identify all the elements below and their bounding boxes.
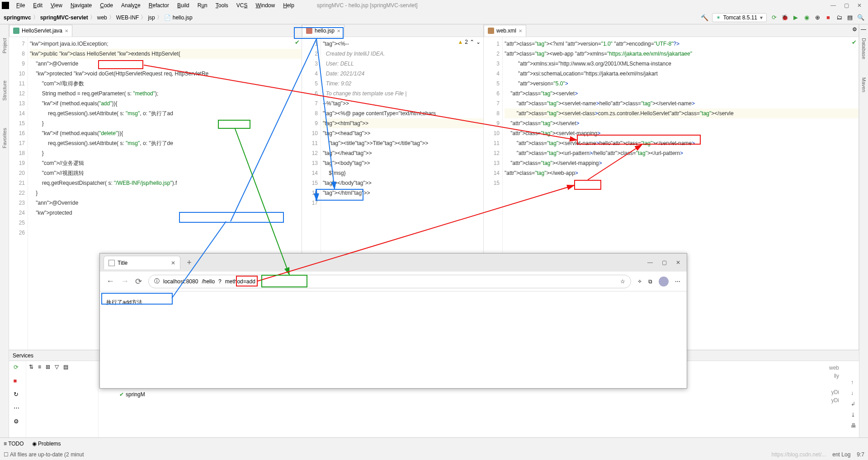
inspection-prev-icon[interactable]: ⌃ — [470, 39, 474, 45]
url-host: localhost:8080 — [163, 278, 198, 285]
stop-icon[interactable]: ■ — [825, 14, 832, 21]
svc-scroll-icon[interactable]: ⤓ — [851, 412, 856, 418]
browser-tab-close-icon[interactable]: ✕ — [171, 260, 175, 266]
menu-build[interactable]: Build — [174, 1, 193, 9]
coverage-icon[interactable]: ◉ — [803, 14, 810, 21]
bottom-toolwindow-stripe: ≡ TODO ◉ Problems — [0, 437, 868, 449]
info-icon[interactable]: ⓘ — [154, 277, 160, 285]
svc-tool-icon[interactable]: ▽ — [55, 364, 59, 370]
browser-menu-icon[interactable]: ⋯ — [675, 278, 680, 285]
toolwindow-maven[interactable]: Maven — [861, 77, 867, 92]
profile-icon[interactable]: ⊕ — [814, 14, 821, 21]
svc-wrap-icon[interactable]: ↲ — [851, 401, 856, 407]
status-watermark: https://blog.csdn.net/... — [772, 451, 826, 458]
bottom-todo[interactable]: ≡ TODO — [4, 441, 24, 447]
svc-rerun-icon[interactable]: ⟳ — [14, 364, 22, 372]
menu-run[interactable]: Run — [194, 1, 211, 9]
browser-profile-icon[interactable] — [659, 277, 669, 286]
services-hide-icon[interactable]: — — [861, 26, 866, 33]
toolwindow-structure[interactable]: Structure — [2, 80, 7, 101]
crumb-webinf[interactable]: WEB-INF — [116, 14, 139, 21]
browser-new-tab-icon[interactable]: + — [187, 258, 192, 268]
build-icon[interactable]: 🔨 — [701, 14, 708, 21]
menu-window[interactable]: Window — [252, 1, 278, 9]
browser-fav-icon[interactable]: ✧ — [637, 278, 642, 285]
debug-icon[interactable]: 🐞 — [781, 14, 788, 21]
menu-edit[interactable]: Edit — [29, 1, 46, 9]
svc-stop-icon[interactable]: ■ — [14, 377, 22, 385]
svc-down-icon[interactable]: ↓ — [851, 390, 856, 396]
svc-deploy-icon[interactable]: ↻ — [14, 391, 22, 399]
tab-label: hello.jsp — [315, 28, 335, 34]
jsp-file-icon — [306, 28, 312, 34]
tab-webxml[interactable]: web.xml ✕ — [484, 25, 526, 37]
browser-fwd-icon[interactable]: → — [121, 277, 129, 286]
inspection-warn-count: 2 — [465, 39, 468, 45]
run-play-icon[interactable]: ▶ — [792, 14, 799, 21]
menu-analyze[interactable]: Analyze — [118, 1, 144, 9]
svc-tool-icon[interactable]: ≡ — [38, 364, 41, 370]
left-toolwindow-stripe: Project Structure Favorites — [0, 24, 9, 449]
browser-tab[interactable]: Title ✕ — [104, 256, 180, 269]
tab-helloServlet[interactable]: HelloServlet.java ✕ — [9, 25, 72, 37]
inspection-next-icon[interactable]: ⌄ — [476, 39, 481, 45]
browser-collections-icon[interactable]: ⧉ — [648, 278, 652, 285]
svc-print-icon[interactable]: 🖶 — [851, 422, 856, 429]
crumb-jsp[interactable]: jsp — [148, 14, 155, 21]
browser-address-bar[interactable]: ⓘ localhost:8080/hello?method=add ☆ — [148, 275, 631, 288]
close-icon[interactable]: ✕ — [857, 2, 862, 9]
crumb-module[interactable]: springMVC-servlet — [40, 14, 88, 21]
tab-close-icon[interactable]: ✕ — [337, 28, 340, 33]
browser-back-icon[interactable]: ← — [106, 277, 114, 286]
svc-tool-icon[interactable]: ▤ — [63, 364, 68, 370]
menu-tools[interactable]: Tools — [212, 1, 232, 9]
status-pos: 9:7 — [857, 451, 864, 458]
url-query: method=add — [225, 278, 255, 285]
tab-close-icon[interactable]: ✕ — [65, 28, 68, 33]
svc-more-icon[interactable]: ⚙ — [14, 418, 22, 426]
menu-navigate[interactable]: Navigate — [67, 1, 95, 9]
project-structure-icon[interactable]: ▤ — [846, 14, 854, 21]
toolwindow-favorites[interactable]: Favorites — [2, 128, 7, 148]
browser-close-icon[interactable]: ✕ — [676, 259, 680, 266]
menu-refactor[interactable]: Refactor — [145, 1, 173, 9]
crumb-web[interactable]: web — [97, 14, 107, 21]
crumb-file[interactable]: hello.jsp — [173, 14, 193, 21]
java-file-icon — [13, 28, 19, 34]
bottom-problems[interactable]: ◉ Problems — [32, 441, 61, 447]
menu-help[interactable]: Help — [279, 1, 298, 9]
menu-vcs[interactable]: VCS — [233, 1, 251, 9]
run-icon[interactable]: ⟳ — [770, 14, 778, 21]
menu-file[interactable]: File — [13, 1, 28, 9]
svc-tool-icon[interactable]: ⊞ — [46, 364, 50, 370]
tab-hellojsp[interactable]: hello.jsp ✕ — [302, 25, 344, 37]
svc-tool-icon[interactable]: ⇅ — [29, 364, 33, 370]
status-log[interactable]: ent Log — [832, 451, 850, 458]
url-path: /hello — [202, 278, 215, 285]
menu-view[interactable]: View — [47, 1, 66, 9]
browser-window: Title ✕ + — ▢ ✕ ← → ⟳ ⓘ localhost:8080/h… — [99, 253, 687, 389]
browser-max-icon[interactable]: ▢ — [662, 259, 667, 266]
run-config-selector[interactable]: ✶ Tomcat 8.5.11 ▾ — [712, 13, 767, 22]
tab-close-icon[interactable]: ✕ — [519, 28, 522, 33]
search-icon[interactable]: 🔍 — [857, 14, 864, 21]
toolwindow-project[interactable]: Project — [2, 38, 7, 53]
maximize-icon[interactable]: ▢ — [844, 2, 849, 9]
right-toolwindow-stripe: Database Maven — [859, 24, 868, 449]
window-title: springMVC - hello.jsp [springMVC-servlet… — [317, 2, 418, 9]
menu-bar: File Edit View Navigate Code Analyze Ref… — [0, 0, 868, 11]
git-icon[interactable]: 🗂 — [835, 14, 843, 21]
browser-reload-icon[interactable]: ⟳ — [135, 277, 142, 286]
browser-page-body: 执行了add方法 — [100, 291, 687, 313]
minimize-icon[interactable]: — — [830, 2, 836, 9]
menu-code[interactable]: Code — [96, 1, 117, 9]
svc-filter-icon[interactable]: ⋯ — [14, 404, 22, 413]
page-icon — [108, 260, 115, 266]
browser-min-icon[interactable]: — — [647, 259, 653, 266]
services-settings-icon[interactable]: ⚙ — [852, 26, 857, 33]
toolwindow-database[interactable]: Database — [861, 38, 867, 59]
crumb-root[interactable]: springmvc — [4, 14, 31, 21]
svc-up-icon[interactable]: ↑ — [851, 379, 856, 385]
browser-star-icon[interactable]: ☆ — [620, 278, 625, 285]
xml-file-icon — [488, 28, 494, 34]
